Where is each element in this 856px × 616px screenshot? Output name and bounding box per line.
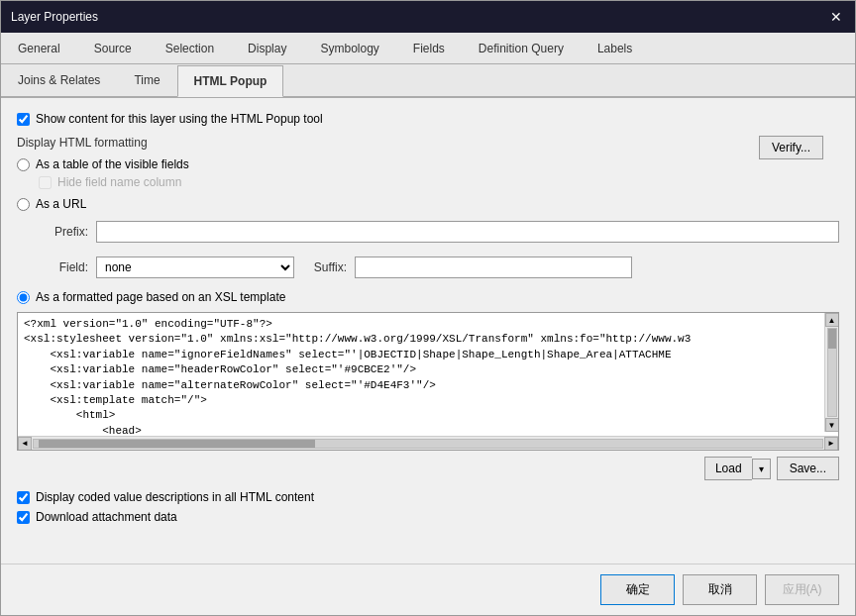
show-content-checkbox[interactable] [17,113,30,126]
tab-row-2: Joins & Relates Time HTML Popup [1,64,855,98]
xsl-line-5: <xsl:variable name="alternateRowColor" s… [24,378,832,393]
title-bar: Layer Properties ✕ [1,1,855,33]
content-area: Show content for this layer using the HT… [1,98,855,564]
download-attachment-row: Download attachment data [17,510,839,524]
tab-joins-relates[interactable]: Joins & Relates [1,64,117,96]
verify-button[interactable]: Verify... [759,136,823,159]
cancel-button[interactable]: 取消 [683,574,757,605]
hide-field-name-row: Hide field name column [39,175,839,189]
tab-symbology[interactable]: Symbology [303,33,395,63]
xsl-content-area: <?xml version="1.0" encoding="UTF-8"?> <… [17,312,839,451]
xsl-line-2: <xsl:stylesheet version="1.0" xmlns:xsl=… [24,332,832,347]
radio-table-fields-row: As a table of the visible fields [17,157,839,171]
show-content-label: Show content for this layer using the HT… [36,112,323,126]
show-content-row: Show content for this layer using the HT… [17,112,839,126]
xsl-line-7: <html> [24,408,832,423]
footer: 确定 取消 应用(A) [1,564,855,615]
download-attachment-label: Download attachment data [36,510,177,524]
display-coded-row: Display coded value descriptions in all … [17,490,839,504]
xsl-line-8: <head> [24,424,832,436]
tab-labels[interactable]: Labels [581,33,649,63]
url-options-indent: Prefix: Field: none Suffix: [39,217,839,282]
load-button[interactable]: Load [704,457,752,480]
confirm-button[interactable]: 确定 [600,574,675,605]
prefix-input[interactable] [96,221,839,243]
hide-field-name-checkbox[interactable] [39,176,52,189]
radio-url-label: As a URL [36,197,86,211]
xsl-line-3: <xsl:variable name="ignoreFieldNames" se… [24,348,832,362]
xsl-scrollbar-horizontal[interactable]: ◄ ► [18,436,838,450]
scroll-track-horizontal[interactable] [33,439,823,449]
tab-selection[interactable]: Selection [149,33,231,63]
radio-xsl-label: As a formatted page based on an XSL temp… [36,290,285,304]
field-suffix-row: Field: none Suffix: [39,257,839,278]
tab-source[interactable]: Source [77,33,149,63]
radio-xsl-template[interactable] [17,291,30,304]
scroll-down-arrow[interactable]: ▼ [825,418,839,432]
scroll-up-arrow[interactable]: ▲ [825,313,839,327]
scroll-left-arrow[interactable]: ◄ [18,437,32,451]
table-fields-indent: Hide field name column [39,175,839,189]
close-button[interactable]: ✕ [827,8,845,26]
tab-general[interactable]: General [1,33,77,63]
radio-table-fields-label: As a table of the visible fields [36,157,189,171]
display-html-section: Display HTML formatting Verify... [17,136,839,150]
tab-display[interactable]: Display [231,33,303,63]
dialog-title: Layer Properties [11,10,98,24]
field-label-text: Field: [39,260,88,274]
bottom-checkboxes: Display coded value descriptions in all … [17,490,839,524]
scroll-thumb-vertical[interactable] [828,329,836,349]
prefix-row: Prefix: [39,221,839,243]
scroll-thumb-horizontal[interactable] [39,440,315,448]
xsl-line-1: <?xml version="1.0" encoding="UTF-8"?> [24,317,832,332]
xsl-text-content[interactable]: <?xml version="1.0" encoding="UTF-8"?> <… [18,313,838,436]
display-coded-checkbox[interactable] [17,491,30,504]
suffix-label: Suffix: [302,260,347,274]
display-html-label: Display HTML formatting [17,136,148,150]
radio-table-fields[interactable] [17,158,30,171]
prefix-label: Prefix: [39,225,88,239]
save-button[interactable]: Save... [777,457,839,480]
load-save-row: Load ▾ Save... [17,457,839,480]
tab-html-popup[interactable]: HTML Popup [177,65,284,97]
display-coded-label: Display coded value descriptions in all … [36,490,314,504]
load-dropdown-arrow[interactable]: ▾ [752,459,771,479]
tab-time[interactable]: Time [117,64,176,96]
download-attachment-checkbox[interactable] [17,511,30,524]
tab-definition-query[interactable]: Definition Query [462,33,581,63]
scroll-track-vertical[interactable] [827,328,837,417]
apply-button[interactable]: 应用(A) [765,574,839,605]
radio-url-row: As a URL [17,197,839,211]
hide-field-name-label: Hide field name column [57,175,181,189]
field-select[interactable]: none [96,257,294,278]
radio-xsl-row: As a formatted page based on an XSL temp… [17,290,839,304]
xsl-line-4: <xsl:variable name="headerRowColor" sele… [24,362,832,377]
xsl-line-6: <xsl:template match="/"> [24,393,832,408]
tab-fields[interactable]: Fields [396,33,462,63]
tab-row-1: General Source Selection Display Symbolo… [1,33,855,64]
load-split-button: Load ▾ [704,457,771,480]
scroll-right-arrow[interactable]: ► [824,437,838,451]
radio-as-url[interactable] [17,198,30,211]
suffix-input[interactable] [355,257,632,278]
xsl-scrollbar-vertical[interactable]: ▲ ▼ [824,313,838,432]
layer-properties-dialog: Layer Properties ✕ General Source Select… [0,0,856,616]
